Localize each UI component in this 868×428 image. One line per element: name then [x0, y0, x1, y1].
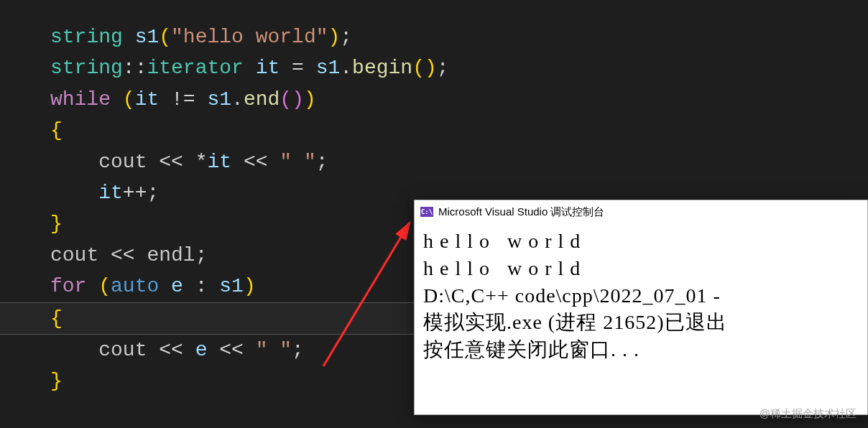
token-dot: . [231, 88, 244, 111]
token-pad [50, 339, 98, 361]
token-paren: () [280, 88, 304, 111]
token-op: << [244, 151, 280, 173]
token-var: s1 [207, 88, 231, 111]
token-paren: ( [98, 275, 111, 297]
token-var: it [98, 182, 123, 204]
token-op: = [292, 57, 316, 79]
token-paren: ) [328, 26, 341, 48]
token-string: "hello world" [171, 26, 328, 48]
token-string: " " [256, 339, 292, 361]
token-cout: cout [98, 151, 159, 173]
token-paren: ( [159, 26, 171, 48]
token-type: iterator [147, 57, 243, 79]
token-brace: } [50, 370, 63, 392]
token-op: << [219, 339, 255, 361]
token-brace: { [50, 119, 63, 141]
watermark: @稀土掘金技术社区 [760, 407, 857, 421]
console-line: 模拟实现.exe (进程 21652)已退出 [423, 309, 859, 336]
token-var: e [195, 339, 220, 361]
code-line: string::iterator it = s1.begin(); [50, 52, 868, 83]
token-colon: : [195, 275, 220, 297]
token-scope: :: [123, 57, 147, 79]
token-auto: auto [111, 275, 171, 297]
token-semi: ; [195, 244, 208, 266]
token-semi: ; [316, 151, 328, 173]
token-op: << [111, 244, 147, 266]
console-window[interactable]: C:\ Microsoft Visual Studio 调试控制台 h e l … [414, 200, 868, 415]
token-var: s1 [123, 26, 159, 48]
token-op: << [159, 339, 195, 361]
token-semi: ; [292, 339, 304, 361]
token-pad [50, 182, 98, 204]
token-type: string [50, 57, 123, 79]
token-string: " " [280, 151, 315, 173]
token-semi: ; [437, 57, 449, 79]
console-output[interactable]: h e l l o w o r l dh e l l o w o r l dD:… [415, 223, 867, 368]
vs-console-icon: C:\ [420, 207, 433, 217]
token-var: it [135, 88, 171, 111]
token-var: e [171, 275, 195, 297]
token-var: it [207, 151, 243, 173]
token-semi: ; [147, 182, 159, 204]
token-op: * [195, 151, 208, 173]
code-line: string s1("hello world"); [50, 22, 868, 52]
token-var: s1 [316, 57, 341, 79]
code-line: { [50, 115, 868, 146]
token-var: s1 [219, 275, 244, 297]
token-endl: endl [147, 244, 195, 266]
token-brace: { [50, 307, 63, 330]
token-semi: ; [340, 26, 352, 48]
token-cout: cout [98, 339, 159, 361]
token-keyword: while [50, 88, 123, 111]
console-line: h e l l o w o r l d [423, 255, 859, 282]
code-line: while (it != s1.end()) [50, 84, 868, 115]
token-op: != [171, 88, 207, 111]
token-func: begin [352, 57, 412, 79]
token-paren: () [412, 57, 437, 79]
token-dot: . [340, 57, 352, 79]
token-paren: ( [123, 88, 135, 111]
token-op: << [159, 151, 195, 173]
token-op: ++ [123, 182, 147, 204]
code-line: cout << *it << " "; [50, 146, 868, 177]
token-cout: cout [50, 244, 111, 266]
token-type: string [50, 26, 123, 48]
console-title-text: Microsoft Visual Studio 调试控制台 [438, 205, 604, 219]
console-titlebar[interactable]: C:\ Microsoft Visual Studio 调试控制台 [415, 200, 867, 223]
token-keyword: for [50, 275, 98, 297]
token-brace: } [50, 213, 63, 235]
token-paren: ) [244, 275, 256, 297]
token-pad [50, 151, 98, 173]
token-func: end [244, 88, 280, 111]
console-line: h e l l o w o r l d [423, 228, 859, 255]
token-var: it [244, 57, 292, 79]
token-paren: ) [304, 88, 316, 111]
console-line: D:\C,C++ code\cpp\2022_07_01 - [423, 282, 859, 310]
console-line: 按任意键关闭此窗口. . . [423, 336, 859, 363]
